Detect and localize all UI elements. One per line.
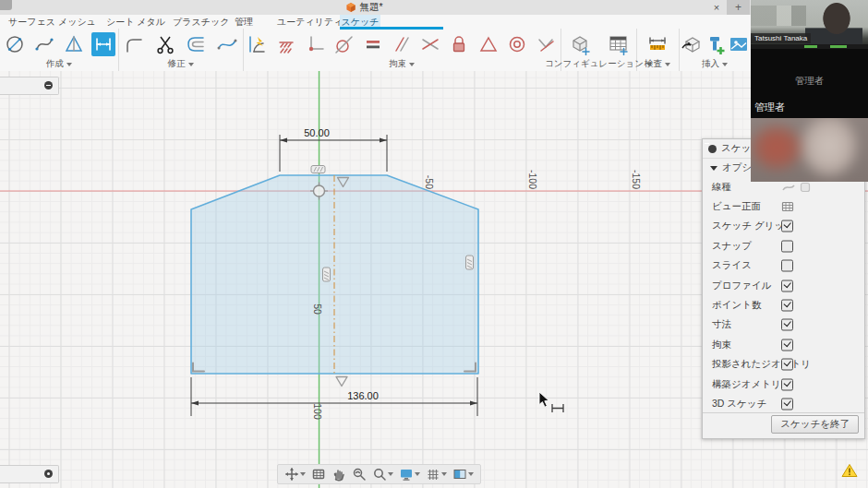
sketch-palette-panel: スケッチ パレット オプション 線種 ビュー正面 スケッチ グリッド スナップ: [702, 138, 865, 439]
configuration-icon[interactable]: [568, 32, 592, 56]
lock-icon[interactable]: [447, 32, 471, 56]
insert-menu-label[interactable]: 挿入: [702, 58, 719, 70]
checkbox[interactable]: [781, 280, 793, 292]
checkbox[interactable]: [781, 378, 793, 390]
fix-constraint-icon[interactable]: [274, 32, 298, 56]
inspect-menu-label[interactable]: 検査: [645, 58, 662, 70]
checkbox[interactable]: [781, 319, 793, 331]
toolbar-section-constraints: 拘束: [243, 29, 561, 71]
trim-scissors-icon[interactable]: [153, 32, 177, 56]
insert-decal-icon[interactable]: [679, 32, 703, 56]
chevron-down-icon[interactable]: [388, 472, 393, 476]
auto-dimension-icon[interactable]: [246, 32, 270, 56]
sketch-dimension-icon[interactable]: [91, 32, 115, 56]
viewports-button[interactable]: [451, 466, 476, 482]
tab-mesh[interactable]: メッシュ: [54, 15, 101, 29]
parallel-constraint-icon[interactable]: [390, 32, 414, 56]
tab-plastic[interactable]: プラスチック: [168, 15, 234, 29]
triangle-down-icon: [710, 166, 717, 171]
palette-row-slice: スライス: [703, 256, 864, 276]
row-label: ポイント数: [712, 299, 761, 312]
zoom-window-button[interactable]: [350, 466, 368, 482]
fillet-icon[interactable]: [122, 32, 146, 56]
create-menu-label[interactable]: 作成: [46, 58, 64, 70]
checkbox[interactable]: [781, 359, 793, 371]
orbit-button[interactable]: [283, 466, 307, 482]
office-background: [751, 6, 806, 26]
video-tile-2[interactable]: 管理者 管理者: [751, 49, 868, 118]
grid-snap-button[interactable]: [424, 466, 449, 482]
look-at-button[interactable]: [309, 466, 328, 482]
chevron-down-icon[interactable]: [468, 472, 474, 476]
row-label: スナップ: [712, 240, 752, 253]
timeline-panel-collapsed[interactable]: [0, 465, 59, 483]
configuration-table-icon[interactable]: [606, 32, 630, 56]
tab-surface[interactable]: サーフェス: [4, 15, 60, 29]
checkbox[interactable]: [781, 240, 793, 252]
concentric-constraint-icon[interactable]: [505, 32, 529, 56]
fit-button[interactable]: [370, 466, 395, 482]
constraints-menu-label[interactable]: 拘束: [389, 58, 406, 70]
two-point-circle-icon[interactable]: [3, 32, 27, 56]
perpendicular-constraint-icon[interactable]: [418, 32, 442, 56]
modify-menu-label[interactable]: 修正: [168, 58, 186, 70]
participant-name: Tatsushi Tanaka: [751, 33, 811, 43]
linetype-spline-icon[interactable]: [781, 182, 796, 193]
checkbox[interactable]: [781, 260, 793, 272]
chevron-down-icon: [409, 63, 415, 66]
palette-row-points: ポイント数: [703, 295, 864, 315]
document-cube-icon: [346, 3, 356, 12]
document-tab[interactable]: 無題*: [295, 0, 434, 15]
polygon-constraint-icon[interactable]: [476, 32, 500, 56]
new-tab-button[interactable]: +: [727, 0, 750, 15]
midpoint-constraint-icon[interactable]: [534, 32, 558, 56]
dimension-50-value[interactable]: 50.00: [304, 127, 330, 138]
chevron-down-icon[interactable]: [441, 472, 447, 476]
row-label: ビュー正面: [712, 200, 761, 213]
finish-sketch-button[interactable]: スケッチを終了: [771, 415, 859, 434]
edit-spline-icon[interactable]: [215, 32, 239, 56]
video-tile-3[interactable]: [751, 118, 868, 182]
display-settings-button[interactable]: [397, 466, 422, 482]
document-title: 無題*: [359, 1, 382, 14]
video-tile-1[interactable]: Tatsushi Tanaka: [751, 0, 868, 49]
tab-sheetmetal[interactable]: シート メタル: [102, 15, 170, 29]
row-label: 3D スケッチ: [712, 398, 766, 411]
offset-icon[interactable]: [184, 32, 208, 56]
polygon-icon[interactable]: [62, 32, 86, 56]
collapse-icon[interactable]: [708, 145, 717, 153]
record-icon[interactable]: [44, 470, 53, 478]
chevron-down-icon[interactable]: [300, 472, 306, 476]
warning-icon[interactable]: [841, 463, 858, 482]
insert-image-icon[interactable]: [727, 32, 751, 56]
dimension-136-value[interactable]: 136.00: [347, 390, 379, 401]
linetype-box-icon[interactable]: [800, 182, 811, 193]
coincident-constraint-icon[interactable]: [303, 32, 327, 56]
y-label-100: 100: [312, 403, 323, 420]
insert-fastener-icon[interactable]: [703, 32, 727, 56]
tab-manage[interactable]: 管理: [230, 15, 258, 29]
dimension-136[interactable]: [191, 377, 477, 416]
checkbox[interactable]: [781, 339, 793, 351]
browser-panel-collapsed[interactable]: [0, 77, 59, 95]
tangent-constraint-icon[interactable]: [332, 32, 356, 56]
collapse-icon[interactable]: [44, 81, 53, 89]
checkbox[interactable]: [781, 220, 793, 232]
close-tab-icon[interactable]: ×: [709, 0, 724, 15]
tab-utilities[interactable]: ユーティリティ: [272, 15, 347, 29]
spline-icon[interactable]: [32, 32, 56, 56]
row-label: 拘束: [712, 339, 731, 351]
checkbox[interactable]: [781, 398, 793, 410]
row-label: プロファイル: [712, 280, 771, 292]
checkbox[interactable]: [781, 300, 793, 312]
x-label--100: -100: [527, 170, 538, 189]
equal-constraint-icon[interactable]: [361, 32, 385, 56]
navigation-bar: [277, 464, 481, 484]
palette-row-profile: プロファイル: [703, 276, 864, 295]
dimension-50[interactable]: [280, 135, 387, 172]
chevron-down-icon[interactable]: [415, 472, 420, 476]
configuration-menu-label[interactable]: コンフィギュレーション: [545, 58, 644, 70]
measure-icon[interactable]: [645, 32, 669, 56]
pan-button[interactable]: [330, 466, 348, 482]
look-at-icon[interactable]: [781, 201, 794, 213]
